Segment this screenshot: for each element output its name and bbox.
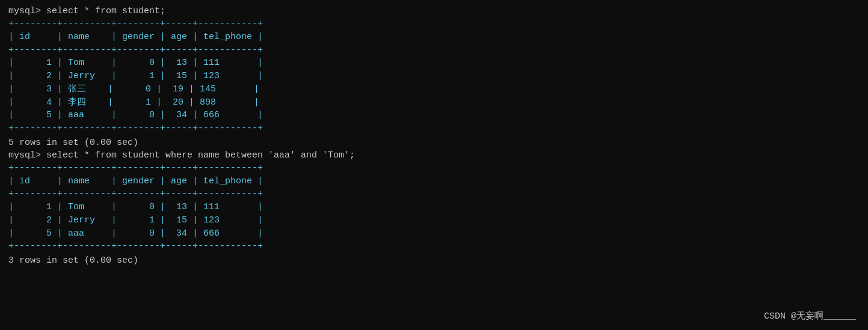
query-block-1: mysql> select * from student; +--------+… [8, 6, 860, 148]
query-block-2: mysql> select * from student where name … [8, 150, 860, 266]
table-2: +--------+---------+--------+-----+-----… [8, 162, 860, 253]
result-1: 5 rows in set (0.00 sec) [8, 138, 860, 148]
prompt-1: mysql> select * from student; [8, 6, 860, 16]
prompt-2: mysql> select * from student where name … [8, 150, 860, 160]
table-1: +--------+---------+--------+-----+-----… [8, 17, 860, 135]
result-2: 3 rows in set (0.00 sec) [8, 255, 860, 266]
watermark: CSDN @无妄啊______ [764, 310, 856, 322]
